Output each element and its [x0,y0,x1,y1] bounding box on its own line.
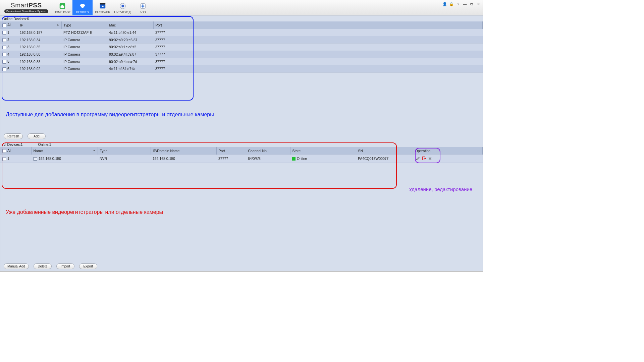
tab-liveview[interactable]: LIVEVIEW(1) [113,0,133,15]
checkbox-all[interactable] [2,23,6,27]
all-buttons-row: Manual Add Delete Import Export [0,261,483,271]
cell-mac: 4c:11:bf:80:e1:44 [107,29,153,36]
col-ipdn[interactable]: IP/Domain Name [151,147,216,155]
col-all[interactable]: All [0,147,31,155]
cell-mac: 90:02:a9:4f:c9:87 [107,51,153,58]
online-devices-label: Online Devices:6 [0,15,483,21]
col-port[interactable]: Port [216,147,246,155]
liveview-icon [119,2,126,10]
table-row[interactable]: 3192.168.0.35IP Camera90:02:a9:1c:e8:f23… [0,43,483,51]
tab-playback[interactable]: PLAYBACK [93,0,113,15]
delete-icon[interactable] [428,156,432,161]
logout-icon[interactable] [422,156,426,161]
tab-devices[interactable]: DEVICES [72,0,93,15]
col-channel[interactable]: Channel No. [246,147,290,155]
lock-icon[interactable]: 🔒 [449,2,454,6]
svg-point-7 [121,5,124,7]
window-controls: 👤 🔒 ? — ⧉ ✕ [442,2,481,6]
delete-button[interactable]: Delete [34,263,52,269]
import-button[interactable]: Import [56,263,74,269]
maximize-icon[interactable]: ⧉ [469,2,474,6]
state-online-icon [292,157,296,161]
row-checkbox[interactable] [2,31,6,35]
col-sn[interactable]: SN [356,147,413,155]
user-icon[interactable]: 👤 [442,2,447,6]
refresh-button[interactable]: Refresh [4,133,23,139]
device-icon [33,157,37,161]
table-row[interactable]: 1192.168.0.150NVR192.168.0.1503777764/0/… [0,155,483,163]
annotation-added-caption: Уже добавленные видеорегитстраторы или о… [6,209,163,215]
cell-ipdn: 192.168.0.150 [151,155,216,163]
cell-name: 192.168.0.150 [31,155,98,163]
col-name[interactable]: Name▲ [31,147,98,155]
col-mac[interactable]: Mac [107,21,153,29]
col-port[interactable]: Port [153,21,483,29]
cell-type: IP Camera [61,58,107,65]
cell-channel: 64/0/8/3 [246,155,290,163]
cell-port: 37777 [153,58,483,65]
content: Online Devices:6 All IP▲ Type Mac Port 1… [0,15,483,271]
online-devices-table: All IP▲ Type Mac Port 1192.168.0.187PTZ-… [0,21,483,73]
sort-asc-icon: ▲ [57,23,59,26]
cell-ip: 192.168.0.88 [18,58,61,65]
row-checkbox[interactable] [2,67,6,71]
cell-port: 37777 [153,36,483,44]
table-row[interactable]: 4192.168.0.80IP Camera90:02:a9:4f:c9:873… [0,51,483,58]
table-row[interactable]: 2192.168.0.34IP Camera90:02:a9:20:e6:873… [0,36,483,44]
minimize-icon[interactable]: — [463,2,467,6]
checkbox-all[interactable] [2,149,6,153]
edit-icon[interactable] [416,156,420,161]
playback-icon [99,2,106,10]
cell-port: 37777 [153,43,483,51]
all-devices-label: All Devices:1 Online:1 [0,141,483,147]
svg-point-1 [80,4,85,7]
col-state[interactable]: State [290,147,356,155]
cell-type: NVR [98,155,151,163]
cell-type: IP Camera [61,36,107,44]
col-ip[interactable]: IP▲ [18,21,61,29]
annotation-operation-caption: Удаление, редактирование [409,186,476,192]
svg-rect-2 [82,6,84,8]
brand: SmartPSS Professional Surveillance Syste… [0,0,52,13]
table-row[interactable]: 6192.168.0.92IP Camera4c:11:bf:84:d7:fa3… [0,65,483,73]
online-devices-table-wrap: All IP▲ Type Mac Port 1192.168.0.187PTZ-… [0,21,483,73]
all-devices-pane: All Devices:1 Online:1 All Name▲ Type IP… [0,141,483,271]
cell-port: 37777 [153,51,483,58]
col-operation[interactable]: Operation [413,147,483,155]
manual-add-button[interactable]: Manual Add [4,263,29,269]
row-checkbox[interactable] [2,53,6,56]
help-icon[interactable]: ? [456,2,461,6]
brand-title: SmartPSS [11,2,42,9]
cell-mac: 90:02:a9:1c:e8:f2 [107,43,153,51]
cell-port: 37777 [153,65,483,73]
export-button[interactable]: Export [79,263,97,269]
table-row[interactable]: 1192.168.0.187PTZ-HD4212AF-E4c:11:bf:80:… [0,29,483,36]
table-row[interactable]: 5192.168.0.88IP Camera90:02:a9:4c:ca:7d3… [0,58,483,65]
col-all[interactable]: All [0,21,18,29]
cell-type: IP Camera [61,65,107,73]
cell-mac: 4c:11:bf:84:d7:fa [107,65,153,73]
row-checkbox[interactable] [2,38,6,42]
home-icon [59,2,66,10]
add-button[interactable]: Add [28,133,46,139]
row-checkbox[interactable] [2,157,6,161]
cell-mac: 90:02:a9:20:e6:87 [107,36,153,44]
table-header-row: All Name▲ Type IP/Domain Name Port Chann… [0,147,483,155]
row-checkbox[interactable] [2,46,6,49]
devices-icon [79,2,86,10]
svg-rect-4 [100,3,105,4]
cell-ip: 192.168.0.35 [18,43,61,51]
table-header-row: All IP▲ Type Mac Port [0,21,483,29]
tab-add[interactable]: ADD [133,0,153,15]
col-type[interactable]: Type [98,147,151,155]
tab-home-page[interactable]: HOME PAGE [52,0,72,15]
cell-ip: 192.168.0.34 [18,36,61,44]
close-icon[interactable]: ✕ [476,2,481,6]
online-buttons-row: Refresh Add [0,131,483,141]
row-checkbox[interactable] [2,60,6,64]
cell-type: IP Camera [61,51,107,58]
brand-subtitle: Professional Surveillance System [4,9,48,13]
col-type[interactable]: Type [61,21,107,29]
add-icon [139,2,147,10]
titlebar: SmartPSS Professional Surveillance Syste… [0,0,483,15]
